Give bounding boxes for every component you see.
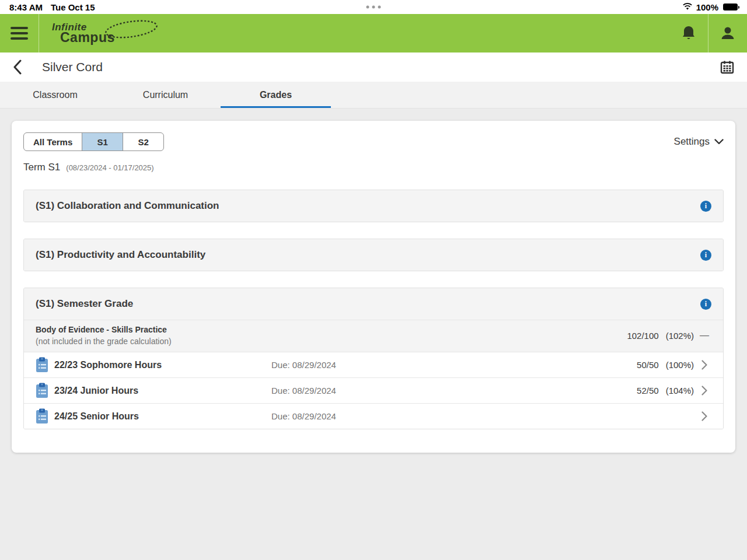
notifications-button[interactable]	[669, 14, 708, 52]
grade-section-semester: (S1) Semester Grade i Body of Evidence -…	[23, 288, 724, 429]
status-bar: 8:43 AM Tue Oct 15 100%	[0, 0, 747, 14]
chevron-down-icon	[714, 139, 724, 145]
category-note: (not included in the grade calculation)	[36, 337, 172, 346]
assignment-score: 52/50	[637, 386, 659, 396]
account-button[interactable]	[708, 14, 747, 52]
chevron-right-icon	[694, 360, 715, 370]
category-row: Body of Evidence - Skills Practice (not …	[24, 320, 723, 352]
date: Tue Oct 15	[51, 2, 95, 12]
chevron-right-icon	[694, 386, 715, 396]
assignment-row-sophomore[interactable]: 22/23 Sophomore Hours Due: 08/29/2024 50…	[24, 352, 723, 377]
grade-section-productivity: (S1) Productivity and Accountability i	[23, 239, 724, 271]
app-header: Infinite Campus	[0, 14, 747, 52]
settings-dropdown[interactable]: Settings	[674, 136, 724, 148]
bell-icon	[681, 25, 696, 41]
settings-label: Settings	[674, 136, 710, 148]
back-button[interactable]	[13, 60, 34, 75]
content-area: All Terms S1 S2 Settings Term S1 (08/23/…	[0, 108, 747, 465]
battery-percent: 100%	[696, 2, 718, 12]
term-info: Term S1 (08/23/2024 - 01/17/2025)	[23, 162, 724, 173]
grades-card: All Terms S1 S2 Settings Term S1 (08/23/…	[12, 121, 735, 453]
assignment-due-date: Due: 08/29/2024	[271, 360, 637, 370]
calendar-button[interactable]	[720, 60, 734, 74]
term-chip-s1[interactable]: S1	[82, 133, 123, 150]
assignment-due-date: Due: 08/29/2024	[271, 411, 694, 421]
term-chip-s2[interactable]: S2	[123, 133, 163, 150]
page-title-bar: Silver Cord	[0, 52, 747, 82]
assignment-row-senior[interactable]: 24/25 Senior Hours Due: 08/29/2024	[24, 403, 723, 429]
back-chevron-icon	[13, 60, 22, 75]
hamburger-icon	[11, 24, 28, 43]
assignment-row-junior[interactable]: 23/24 Junior Hours Due: 08/29/2024 52/50…	[24, 377, 723, 403]
tab-curriculum[interactable]: Curriculum	[110, 82, 221, 108]
section-header[interactable]: (S1) Collaboration and Communication i	[24, 190, 723, 222]
term-date-range: (08/23/2024 - 01/17/2025)	[66, 163, 153, 172]
tab-classroom[interactable]: Classroom	[0, 82, 110, 108]
clock: 8:43 AM	[9, 2, 43, 12]
person-icon	[720, 25, 736, 41]
info-icon[interactable]: i	[700, 250, 711, 261]
category-name: Body of Evidence - Skills Practice	[36, 325, 172, 334]
grade-section-collaboration: (S1) Collaboration and Communication i	[23, 190, 724, 222]
info-icon[interactable]: i	[700, 299, 711, 310]
term-chip-all[interactable]: All Terms	[24, 133, 82, 150]
assignment-clipboard-icon	[36, 408, 54, 424]
logo-text-line2: Campus	[60, 31, 115, 44]
section-header[interactable]: (S1) Productivity and Accountability i	[24, 239, 723, 271]
assignment-title: 24/25 Senior Hours	[54, 411, 271, 422]
section-title: (S1) Semester Grade	[36, 298, 133, 310]
chevron-right-icon	[694, 411, 715, 421]
info-icon[interactable]: i	[700, 201, 711, 212]
battery-icon	[723, 4, 738, 10]
hamburger-menu-button[interactable]	[0, 14, 39, 52]
assignment-due-date: Due: 08/29/2024	[271, 386, 637, 396]
section-header[interactable]: (S1) Semester Grade i	[24, 288, 723, 320]
section-title: (S1) Productivity and Accountability	[36, 249, 205, 261]
term-segmented-control: All Terms S1 S2	[23, 132, 164, 151]
calendar-icon	[720, 60, 734, 74]
category-percent: (102%)	[666, 331, 694, 341]
category-score: 102/100	[627, 331, 658, 341]
tab-bar: Classroom Curriculum Grades	[0, 82, 747, 108]
assignment-clipboard-icon	[36, 383, 54, 398]
wifi-icon	[682, 2, 693, 12]
assignment-percent: (100%)	[666, 360, 694, 370]
no-detail-dash: —	[694, 330, 715, 341]
assignment-score: 50/50	[637, 360, 659, 370]
assignment-title: 23/24 Junior Hours	[54, 386, 271, 396]
assignment-clipboard-icon	[36, 357, 54, 373]
assignment-percent: (104%)	[666, 386, 694, 396]
term-name: Term S1	[23, 162, 60, 173]
multitask-dots-icon	[366, 6, 381, 9]
section-title: (S1) Collaboration and Communication	[36, 200, 219, 212]
term-filter-row: All Terms S1 S2 Settings	[23, 132, 724, 151]
page-title: Silver Cord	[42, 60, 103, 74]
infinite-campus-logo: Infinite Campus	[39, 14, 115, 52]
assignment-title: 22/23 Sophomore Hours	[54, 360, 271, 370]
tab-grades[interactable]: Grades	[221, 82, 331, 108]
